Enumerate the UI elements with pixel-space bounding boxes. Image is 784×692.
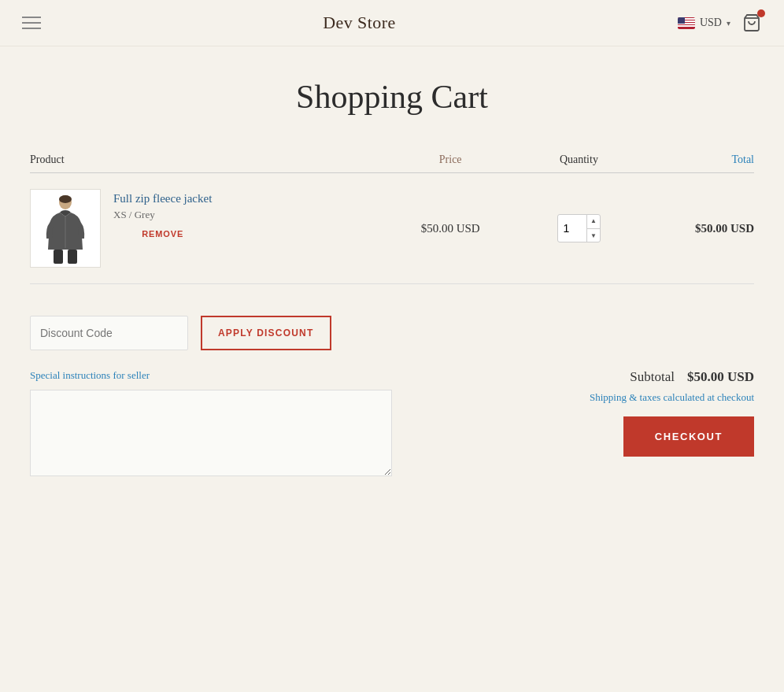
- col-header-price: Price: [380, 154, 520, 166]
- instructions-label: Special instructions for seller: [30, 369, 486, 382]
- cart-badge: [757, 9, 765, 17]
- subtotal-value: $50.00 USD: [687, 369, 754, 385]
- quantity-input[interactable]: [558, 222, 586, 235]
- apply-discount-button[interactable]: APPLY DISCOUNT: [201, 316, 331, 350]
- svg-rect-4: [54, 250, 63, 264]
- discount-section: APPLY DISCOUNT: [30, 316, 754, 350]
- page-title: Shopping Cart: [30, 78, 754, 116]
- cart-icon-wrapper[interactable]: [741, 13, 762, 33]
- chevron-down-icon: ▾: [727, 19, 730, 28]
- currency-label: USD: [700, 17, 722, 29]
- remove-button[interactable]: REMOVE: [113, 229, 212, 239]
- svg-point-2: [59, 195, 72, 203]
- item-price: $50.00 USD: [380, 222, 520, 235]
- checkout-button[interactable]: CHECKOUT: [623, 416, 754, 457]
- order-summary: Subtotal $50.00 USD Shipping & taxes cal…: [518, 369, 754, 457]
- quantity-col: ▲ ▼: [520, 214, 637, 242]
- item-total: $50.00 USD: [638, 222, 754, 235]
- subtotal-label: Subtotal: [630, 369, 675, 385]
- flag-icon: [678, 17, 695, 29]
- menu-icon[interactable]: [22, 17, 41, 29]
- main-content: Shopping Cart Product Price Quantity Tot…: [14, 46, 770, 511]
- shipping-note: Shipping & taxes calculated at checkout: [590, 391, 754, 404]
- col-header-product: Product: [30, 154, 380, 166]
- col-header-quantity: Quantity: [520, 154, 637, 166]
- subtotal-row: Subtotal $50.00 USD: [630, 369, 754, 385]
- product-variant: XS / Grey: [113, 209, 212, 221]
- instructions-section: Special instructions for seller: [30, 369, 486, 479]
- header: Dev Store USD ▾: [0, 0, 784, 46]
- discount-input[interactable]: [30, 316, 188, 350]
- quantity-up-button[interactable]: ▲: [586, 214, 600, 229]
- quantity-down-button[interactable]: ▼: [586, 229, 600, 243]
- product-info: Full zip fleece jacket XS / Grey REMOVE: [113, 189, 212, 239]
- product-image: [30, 189, 101, 268]
- table-row: Full zip fleece jacket XS / Grey REMOVE …: [30, 173, 754, 284]
- svg-rect-5: [68, 250, 77, 264]
- product-name: Full zip fleece jacket: [113, 192, 212, 205]
- quantity-input-wrapper: ▲ ▼: [557, 214, 601, 242]
- currency-selector[interactable]: USD ▾: [678, 17, 730, 29]
- product-col: Full zip fleece jacket XS / Grey REMOVE: [30, 189, 380, 268]
- lower-section: Special instructions for seller Subtotal…: [30, 369, 754, 479]
- quantity-arrows: ▲ ▼: [586, 214, 600, 242]
- cart-table-header: Product Price Quantity Total: [30, 147, 754, 173]
- instructions-textarea[interactable]: [30, 390, 392, 476]
- col-header-total: Total: [638, 154, 754, 166]
- header-right: USD ▾: [678, 13, 762, 33]
- store-logo: Dev Store: [323, 13, 396, 33]
